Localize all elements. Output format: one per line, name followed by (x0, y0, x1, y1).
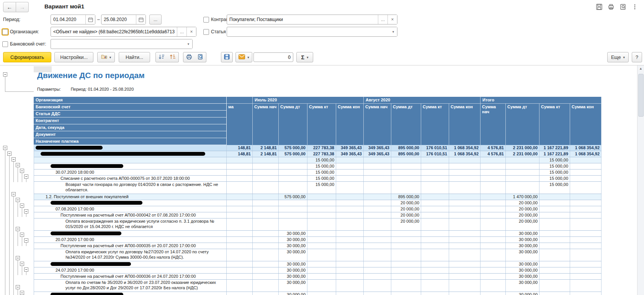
value-cell[interactable] (253, 280, 279, 292)
value-cell[interactable] (481, 243, 506, 249)
value-cell[interactable]: 30 000,00 (279, 237, 307, 243)
dds-checkbox[interactable] (203, 29, 209, 35)
value-cell[interactable] (506, 170, 539, 175)
row-label-cell[interactable]: 07.08.2020 17:00:00 (34, 206, 227, 212)
value-cell[interactable] (336, 267, 364, 273)
value-cell[interactable] (481, 212, 506, 218)
value-cell[interactable] (227, 249, 253, 261)
expand-collapse-box[interactable] (20, 291, 24, 295)
expand-collapse-box[interactable] (11, 192, 16, 196)
value-cell[interactable] (570, 170, 602, 175)
row-header-cell[interactable]: Организация (34, 97, 226, 104)
value-cell[interactable]: 2 148,81 (253, 145, 279, 151)
generate-button[interactable]: Сформировать (3, 52, 51, 62)
value-cell[interactable] (336, 176, 364, 181)
value-cell[interactable] (227, 267, 253, 273)
sum-column-header-cell[interactable]: Сумма нач (253, 104, 279, 145)
value-cell[interactable]: 30 000,00 (506, 231, 539, 236)
value-cell[interactable] (364, 157, 391, 163)
value-cell[interactable] (253, 194, 279, 200)
row-label-cell[interactable]: Оплата юридических услуг по договору №27… (34, 249, 227, 261)
value-cell[interactable] (539, 261, 570, 267)
value-cell[interactable]: 4 576,81 (481, 145, 506, 151)
value-cell[interactable] (307, 243, 336, 249)
row-label-cell[interactable]: Поступление на расчетный счет АП00-00003… (34, 274, 227, 279)
value-cell[interactable] (481, 261, 506, 267)
row-label-cell[interactable]: Поступление на расчетный счет АП00-00003… (34, 243, 227, 249)
value-cell[interactable] (391, 163, 421, 169)
value-cell[interactable] (570, 194, 602, 200)
row-header-cell[interactable]: Банковский счет (34, 104, 226, 111)
value-cell[interactable]: 2 148,81 (253, 151, 279, 157)
value-cell[interactable]: 1 068 354,92 (449, 145, 481, 151)
value-cell[interactable] (449, 194, 481, 200)
value-cell[interactable] (336, 280, 364, 292)
value-cell[interactable] (449, 212, 481, 218)
value-cell[interactable] (391, 243, 421, 249)
value-cell[interactable] (279, 206, 307, 212)
value-cell[interactable] (307, 292, 336, 295)
value-cell[interactable] (253, 267, 279, 273)
value-cell[interactable] (421, 218, 449, 230)
value-cell[interactable] (336, 243, 364, 249)
value-cell[interactable] (449, 249, 481, 261)
value-cell[interactable] (391, 231, 421, 236)
value-cell[interactable] (253, 218, 279, 230)
value-cell[interactable]: 575 000,00 (279, 194, 307, 200)
value-cell[interactable] (227, 292, 253, 295)
value-cell[interactable] (364, 212, 391, 218)
value-cell[interactable] (364, 292, 391, 295)
value-cell[interactable] (364, 249, 391, 261)
scroll-up-icon[interactable]: ▲ (639, 67, 643, 71)
value-cell[interactable] (449, 218, 481, 230)
expand-collapse-box[interactable] (16, 285, 20, 289)
value-cell[interactable] (481, 170, 506, 175)
value-cell[interactable] (336, 200, 364, 206)
value-cell[interactable] (227, 206, 253, 212)
value-cell[interactable] (227, 274, 253, 279)
value-cell[interactable] (227, 194, 253, 200)
value-cell[interactable] (391, 237, 421, 243)
value-cell[interactable]: 15 000,00 (539, 157, 570, 163)
value-cell[interactable]: 349 365,43 (336, 151, 364, 157)
row-header-cell[interactable]: Назначение платежа (34, 138, 226, 145)
value-cell[interactable] (364, 176, 391, 181)
value-cell[interactable] (253, 170, 279, 175)
value-cell[interactable] (421, 249, 449, 261)
expand-collapse-box[interactable] (3, 72, 7, 77)
value-cell[interactable] (506, 163, 539, 169)
value-cell[interactable]: 895 000,00 (391, 194, 421, 200)
value-cell[interactable] (481, 218, 506, 230)
row-label-cell[interactable]: Возврат части гонорара по договору 014/2… (34, 182, 227, 194)
value-cell[interactable] (570, 261, 602, 267)
value-cell[interactable] (570, 292, 602, 295)
expand-collapse-box[interactable] (24, 174, 28, 179)
value-cell[interactable] (421, 212, 449, 218)
value-cell[interactable] (421, 243, 449, 249)
value-cell[interactable] (391, 182, 421, 194)
calendar-icon[interactable] (136, 15, 145, 24)
row-label-cell[interactable] (34, 200, 227, 206)
value-cell[interactable]: 227 783,38 (307, 151, 336, 157)
value-cell[interactable] (364, 231, 391, 236)
value-cell[interactable] (364, 280, 391, 292)
value-cell[interactable] (570, 280, 602, 292)
print-button[interactable] (183, 52, 195, 62)
value-cell[interactable] (481, 237, 506, 243)
expand-collapse-box[interactable] (11, 157, 16, 161)
value-cell[interactable] (364, 163, 391, 169)
value-cell[interactable] (227, 163, 253, 169)
value-cell[interactable] (307, 280, 336, 292)
value-cell[interactable] (364, 261, 391, 267)
value-cell[interactable] (449, 292, 481, 295)
value-cell[interactable] (253, 261, 279, 267)
row-label-cell[interactable]: Списание с расчетного счета АП00-000075 … (34, 176, 227, 181)
value-cell[interactable]: 30 000,00 (506, 249, 539, 261)
value-cell[interactable] (391, 267, 421, 273)
value-cell[interactable]: 30 000,00 (279, 231, 307, 236)
value-cell[interactable] (449, 163, 481, 169)
value-cell[interactable] (391, 261, 421, 267)
value-cell[interactable]: 1 167 221,89 (539, 151, 570, 157)
value-cell[interactable] (539, 267, 570, 273)
back-button[interactable]: ← (3, 2, 16, 12)
